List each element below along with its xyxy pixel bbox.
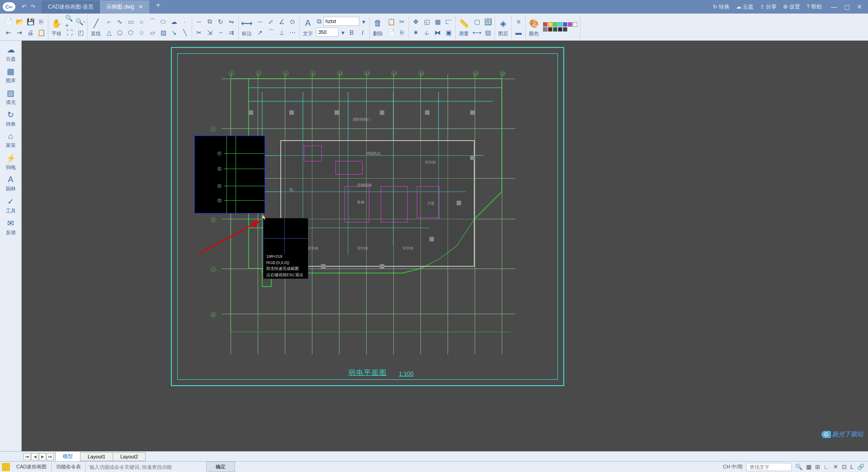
tab-drawing[interactable]: 示例图.dwg✕ — [100, 0, 149, 14]
dim-linear-icon[interactable]: ↔ — [255, 17, 265, 27]
convert-button[interactable]: ↻转换 — [713, 3, 730, 11]
move2-icon[interactable]: ✥ — [411, 17, 421, 27]
zoom-window-icon[interactable]: ◰ — [75, 28, 85, 38]
prev-tab-button[interactable]: ◀ — [31, 453, 38, 460]
swatch-dk3[interactable] — [558, 27, 562, 32]
trim-icon[interactable]: ✂ — [194, 28, 204, 38]
fillet-icon[interactable]: ⌢ — [216, 28, 226, 38]
font-size-input[interactable] — [316, 28, 339, 37]
area-icon[interactable]: ▢ — [472, 17, 482, 27]
rotate-icon[interactable]: ↻ — [216, 17, 226, 27]
dim-arc-icon[interactable]: ⌒ — [266, 28, 276, 38]
sidebar-item-tools[interactable]: ✓工具 — [0, 194, 21, 216]
ray-icon[interactable]: ↘ — [169, 28, 179, 38]
pan-icon[interactable]: ✋ — [50, 17, 63, 30]
osnap-icon[interactable]: ⊡ — [842, 463, 847, 470]
swatch-yellow[interactable] — [548, 22, 552, 27]
ok-button[interactable]: 确定 — [206, 462, 235, 472]
sidebar-item-hatch[interactable]: ▨填充 — [0, 86, 21, 108]
cut-icon[interactable]: ✂ — [397, 17, 407, 27]
dist-icon[interactable]: ⟷ — [472, 28, 482, 38]
sidebar-item-cloud[interactable]: ☁云盘 — [0, 42, 21, 64]
ortho-icon[interactable]: ∟ — [824, 463, 830, 470]
paste-icon[interactable]: 📄 — [386, 28, 396, 38]
help-button[interactable]: ?帮助 — [807, 3, 822, 11]
tab-home[interactable]: CAD迷你画图-首页 — [42, 0, 100, 14]
minimize-button[interactable]: — — [829, 3, 839, 10]
swatch-green[interactable] — [553, 22, 557, 27]
rect-icon[interactable]: ▭ — [126, 17, 136, 27]
tab-model[interactable]: 模型 — [55, 451, 80, 462]
zoom-extents-icon[interactable]: ⛶ — [65, 28, 75, 38]
command-input[interactable] — [86, 462, 203, 472]
snap-icon[interactable]: ⊞ — [815, 463, 820, 470]
import-icon[interactable]: ⇤ — [4, 28, 14, 38]
settings-button[interactable]: ⚙设置 — [783, 3, 800, 11]
dim-icon[interactable]: ⟷ — [241, 17, 253, 30]
zoom-in-icon[interactable]: 🔍+ — [65, 17, 75, 27]
lineweight-icon[interactable]: ▬ — [514, 28, 524, 38]
swatch-white[interactable] — [573, 22, 577, 27]
line-icon[interactable]: ╱ — [90, 17, 102, 30]
layer-icon[interactable]: ◈ — [497, 17, 509, 30]
scale-icon[interactable]: ◱ — [422, 17, 432, 27]
swatch-dk2[interactable] — [553, 27, 557, 32]
sidebar-item-feedback[interactable]: ✉反馈 — [0, 216, 21, 238]
array-icon[interactable]: ▦ — [433, 17, 443, 27]
cloud-button[interactable]: ☁云盘 — [736, 3, 754, 11]
copy-icon[interactable]: ⧉ — [205, 17, 215, 27]
open-icon[interactable]: 📂 — [14, 17, 24, 27]
swatch-magenta[interactable] — [568, 22, 572, 27]
share-button[interactable]: ⇪分享 — [760, 3, 777, 11]
sidebar-item-convert[interactable]: ↻转换 — [0, 108, 21, 129]
dim-aligned-icon[interactable]: ⤢ — [266, 17, 276, 27]
dim-cont-icon[interactable]: ⋯ — [288, 28, 297, 38]
star-icon[interactable]: ☆ — [137, 28, 146, 38]
polygon-icon[interactable]: ▱ — [147, 28, 157, 38]
add-tab-button[interactable]: ＋ — [149, 0, 167, 14]
zoom-out-icon[interactable]: 🔍- — [75, 17, 85, 27]
polar-icon[interactable]: ✕ — [833, 463, 838, 470]
penta-icon[interactable]: ⬠ — [115, 28, 125, 38]
color-icon[interactable]: 🎨 — [528, 17, 540, 30]
swatch-blue[interactable] — [563, 22, 567, 27]
text-icon[interactable]: A — [302, 17, 314, 30]
bold-button[interactable]: B — [347, 28, 357, 38]
hex-icon[interactable]: ⬡ — [126, 28, 136, 38]
pdf-icon[interactable]: 📋 — [36, 28, 46, 38]
measure-icon[interactable]: 📏 — [458, 17, 470, 30]
lwt-icon[interactable]: L — [850, 463, 854, 470]
search-input[interactable] — [746, 463, 792, 471]
swatch-dk1[interactable] — [548, 27, 552, 32]
break-icon[interactable]: ⫝ — [422, 28, 432, 38]
selection-rect[interactable]: F E D D — [194, 136, 265, 213]
offset-icon[interactable]: ⇉ — [226, 28, 236, 38]
sidebar-item-elec[interactable]: ⚡弱电 — [0, 151, 21, 173]
italic-button[interactable]: I — [358, 28, 368, 38]
tri-icon[interactable]: △ — [104, 28, 114, 38]
polyline-icon[interactable]: ⌐ — [104, 17, 114, 27]
new-icon[interactable]: 📄 — [4, 17, 14, 27]
mirror-icon[interactable]: ⇋ — [226, 17, 236, 27]
dim-radius-icon[interactable]: ⊙ — [288, 17, 297, 27]
extend-icon[interactable]: ⇲ — [205, 28, 215, 38]
tab-layout1[interactable]: Layout1 — [80, 452, 113, 461]
leader-icon[interactable]: ↗ — [255, 28, 265, 38]
export-icon[interactable]: ⇥ — [14, 28, 24, 38]
align-icon[interactable]: ⫍ — [443, 17, 453, 27]
count-icon[interactable]: ▤ — [483, 28, 493, 38]
link-icon[interactable]: 🔗 — [857, 463, 864, 470]
save-icon[interactable]: 💾 — [25, 17, 35, 27]
hatch-icon[interactable]: ▨ — [158, 28, 168, 38]
copy2-icon[interactable]: 📋 — [386, 17, 396, 27]
xline-icon[interactable]: ╲ — [180, 28, 190, 38]
saveas-icon[interactable]: ⎘ — [36, 17, 46, 27]
tab-layout2[interactable]: Layout2 — [113, 452, 146, 461]
redo-icon[interactable]: ↷ — [31, 4, 35, 10]
next-tab-button[interactable]: ▶ — [39, 453, 46, 460]
block-icon[interactable]: ▣ — [443, 28, 453, 38]
last-tab-button[interactable]: ⏭ — [47, 453, 54, 460]
maximize-button[interactable]: ▢ — [842, 3, 852, 10]
move-icon[interactable]: ↔ — [194, 17, 204, 27]
swatch-gray[interactable] — [543, 27, 547, 32]
